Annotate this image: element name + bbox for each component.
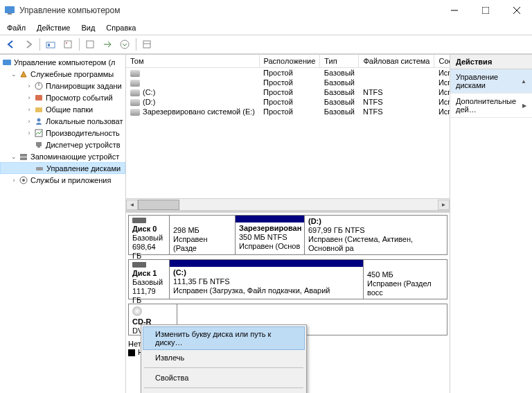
- svg-rect-1: [8, 13, 12, 15]
- svg-rect-24: [20, 157, 27, 160]
- tree-scheduler[interactable]: ›Планировщик задани: [0, 80, 125, 91]
- tree-device-manager[interactable]: Диспетчер устройств: [0, 139, 125, 150]
- col-type[interactable]: Тип: [320, 55, 359, 68]
- ctx-separator: [144, 367, 303, 368]
- col-volume[interactable]: Том: [126, 55, 259, 68]
- drive-icon: [130, 70, 140, 77]
- expand-icon[interactable]: ›: [25, 118, 33, 125]
- expand-icon[interactable]: ›: [25, 130, 33, 137]
- scroll-left-button[interactable]: ◄: [126, 200, 138, 210]
- refresh-button[interactable]: [82, 37, 98, 52]
- scroll-thumb[interactable]: [138, 200, 179, 210]
- horizontal-scrollbar[interactable]: ◄ ►: [126, 198, 450, 210]
- legend-swatch: [128, 349, 135, 356]
- drive-icon: [130, 89, 140, 96]
- expand-icon[interactable]: ›: [25, 82, 33, 89]
- svg-rect-23: [20, 154, 27, 157]
- volume-row[interactable]: (D:)ПростойБазовыйNTFSИсправен (Система,…: [126, 97, 450, 107]
- ctx-properties[interactable]: Свойства: [143, 370, 305, 385]
- collapse-icon: ▲: [521, 78, 526, 85]
- disk-icon: [132, 218, 146, 223]
- svg-rect-14: [3, 60, 11, 65]
- properties-button[interactable]: [60, 37, 76, 52]
- list-button[interactable]: [139, 37, 155, 52]
- partition[interactable]: (D:)697,99 ГБ NTFSИсправен (Система, Акт…: [305, 216, 447, 254]
- menu-file[interactable]: Файл: [1, 22, 31, 33]
- ctx-eject[interactable]: Извлечь: [143, 350, 305, 365]
- volume-row[interactable]: ПростойБазовыйИсправен (Раздел восс: [126, 78, 450, 87]
- disk-icon: [132, 262, 146, 268]
- volume-row[interactable]: ПростойБазовыйИсправен (Раздел изг: [126, 68, 450, 78]
- actions-header: Действия: [450, 55, 532, 69]
- disk-partitions: (C:)111,35 ГБ NTFSИсправен (Загрузка, Фа…: [170, 260, 447, 299]
- partition-header: [236, 216, 304, 222]
- expand-icon[interactable]: ›: [25, 106, 33, 113]
- svg-rect-22: [37, 146, 40, 148]
- cdrom-icon: [132, 306, 142, 316]
- col-status[interactable]: Состояние: [434, 55, 450, 68]
- context-menu: Изменить букву диска или путь к диску… И…: [141, 324, 307, 393]
- drive-icon: [130, 80, 140, 87]
- actions-category[interactable]: Управление дисками▲: [450, 69, 532, 94]
- expand-icon[interactable]: ›: [25, 94, 33, 101]
- tree-storage[interactable]: ⌄Запоминающие устройст: [0, 150, 125, 162]
- partition-header: [170, 260, 363, 267]
- tree-services[interactable]: ›Службы и приложения: [0, 174, 125, 186]
- partition[interactable]: Зарезервирован350 МБ NTFSИсправен (Основ: [236, 216, 305, 254]
- disk-row-0[interactable]: Диск 0 Базовый 698,64 ГБ В сети 298 МБИс…: [128, 215, 447, 255]
- expand-icon[interactable]: ›: [10, 177, 18, 184]
- volume-row[interactable]: Зарезервировано системой (E:)ПростойБазо…: [126, 107, 450, 116]
- col-layout[interactable]: Расположение: [259, 55, 320, 68]
- col-filesystem[interactable]: Файловая система: [359, 55, 434, 68]
- volume-list: Том Расположение Тип Файловая система Со…: [126, 55, 450, 210]
- minimize-button[interactable]: [438, 0, 470, 21]
- svg-rect-0: [5, 6, 15, 13]
- maximize-button[interactable]: [470, 0, 501, 21]
- svg-point-27: [22, 179, 25, 182]
- ctx-change-drive-letter[interactable]: Изменить букву диска или путь к диску…: [143, 326, 305, 350]
- back-button[interactable]: [3, 37, 19, 52]
- menu-view[interactable]: Вид: [76, 22, 100, 33]
- expand-icon[interactable]: ⌄: [10, 71, 18, 78]
- tree-disk-management[interactable]: Управление дисками: [0, 162, 125, 174]
- menu-action[interactable]: Действие: [31, 22, 76, 33]
- drive-icon: [130, 99, 140, 106]
- app-icon: [4, 5, 15, 16]
- ctx-separator: [144, 387, 303, 388]
- tree-system-tools[interactable]: ⌄Служебные программы: [0, 68, 125, 80]
- ctx-help[interactable]: Справка: [143, 390, 305, 393]
- menu-help[interactable]: Справка: [100, 22, 141, 33]
- svg-rect-21: [36, 142, 42, 146]
- volume-table[interactable]: Том Расположение Тип Файловая система Со…: [126, 55, 450, 116]
- tree-shared-folders[interactable]: ›Общие папки: [0, 103, 125, 115]
- forward-button[interactable]: [20, 37, 37, 52]
- partition[interactable]: (C:)111,35 ГБ NTFSИсправен (Загрузка, Фа…: [170, 260, 364, 299]
- help-button[interactable]: [116, 37, 133, 52]
- toolbar-sep: [79, 38, 80, 51]
- tree-local-users[interactable]: ›Локальные пользоват: [0, 115, 125, 127]
- navigation-tree[interactable]: Управление компьютером (л ⌄Служебные про…: [0, 55, 126, 393]
- tree-performance[interactable]: ›Производительность: [0, 127, 125, 139]
- up-button[interactable]: [42, 37, 59, 52]
- disk-row-1[interactable]: Диск 1 Базовый 111,79 ГБ В сети (C:)111,…: [128, 259, 447, 299]
- partition[interactable]: 298 МБИсправен (Разде: [170, 216, 236, 254]
- svg-rect-3: [482, 7, 489, 14]
- close-button[interactable]: [501, 0, 532, 21]
- tree-root[interactable]: Управление компьютером (л: [0, 56, 125, 68]
- submenu-icon: ▶: [522, 103, 526, 109]
- svg-point-11: [121, 40, 129, 49]
- drive-icon: [130, 109, 140, 116]
- volume-row[interactable]: (C:)ПростойБазовыйNTFSИсправен (Загрузка…: [126, 87, 450, 97]
- export-button[interactable]: [99, 37, 116, 52]
- toolbar-sep: [136, 38, 136, 51]
- tree-event-viewer[interactable]: ›Просмотр событий: [0, 91, 125, 103]
- toolbar-sep: [39, 38, 40, 51]
- partition[interactable]: 450 МБИсправен (Раздел восс: [364, 260, 447, 299]
- svg-rect-6: [46, 42, 55, 48]
- svg-rect-10: [87, 41, 94, 48]
- actions-more[interactable]: Дополнительные дей…▶: [450, 94, 532, 118]
- disk-label: Диск 1 Базовый 111,79 ГБ В сети: [129, 260, 170, 299]
- expand-icon[interactable]: ⌄: [10, 153, 18, 160]
- scroll-right-button[interactable]: ►: [438, 200, 450, 210]
- svg-rect-9: [66, 42, 67, 44]
